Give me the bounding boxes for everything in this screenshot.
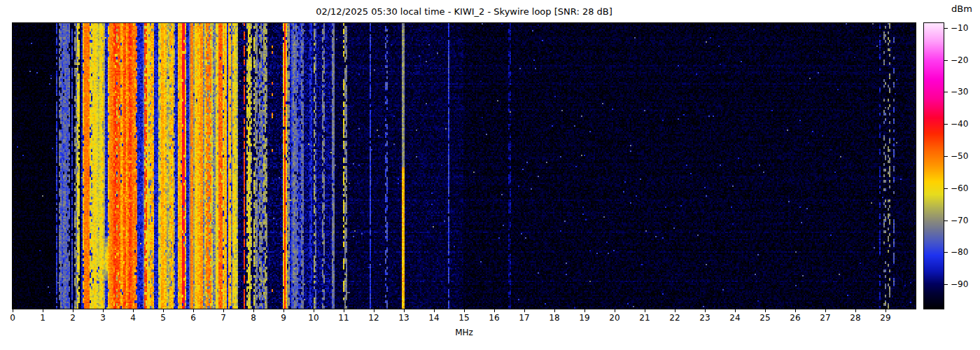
colorbar-tick-mark	[944, 220, 948, 221]
x-tick-label: 25	[760, 313, 770, 323]
colorbar-unit-label: dBm	[942, 4, 980, 14]
colorbar-tick-mark	[944, 284, 948, 285]
x-tick-label: 3	[100, 313, 106, 323]
x-tick-mark	[374, 309, 374, 312]
x-tick-mark	[163, 309, 164, 312]
x-tick-mark	[524, 309, 525, 312]
colorbar-tick-label: −10	[951, 23, 968, 33]
x-tick-label: 13	[398, 313, 409, 323]
colorbar-tick-label: −90	[951, 279, 968, 289]
x-tick-label: 17	[519, 313, 529, 323]
x-tick-label: 1	[40, 313, 46, 323]
colorbar-tick-label: −40	[951, 119, 968, 129]
colorbar-tick-label: −70	[951, 216, 968, 225]
x-tick-label: 15	[458, 313, 469, 323]
x-tick-label: 24	[729, 313, 740, 323]
x-tick-label: 20	[609, 313, 620, 323]
x-tick-label: 23	[699, 313, 710, 323]
x-tick-mark	[193, 309, 194, 312]
x-tick-mark	[795, 309, 796, 312]
x-tick-mark	[494, 309, 495, 312]
x-tick-label: 12	[368, 313, 379, 323]
x-tick-label: 2	[70, 313, 76, 323]
colorbar-tick-mark	[944, 60, 948, 61]
x-tick-mark	[344, 309, 344, 312]
x-tick-label: 8	[251, 313, 256, 323]
x-tick-label: 27	[820, 313, 830, 323]
x-tick-mark	[43, 309, 43, 312]
x-tick-mark	[855, 309, 856, 312]
x-tick-mark	[13, 309, 13, 312]
x-tick-mark	[765, 309, 766, 312]
x-tick-label: 7	[220, 313, 226, 323]
x-tick-mark	[886, 309, 886, 312]
x-tick-label: 6	[190, 313, 196, 323]
colorbar-tick-mark	[944, 156, 948, 157]
x-tick-label: 18	[549, 313, 559, 323]
x-tick-mark	[675, 309, 676, 312]
colorbar-tick-label: −30	[951, 87, 968, 97]
colorbar-tick-label: −50	[951, 151, 968, 161]
x-tick-label: 10	[308, 313, 318, 323]
x-tick-mark	[223, 309, 224, 312]
colorbar-tick-label: −80	[951, 247, 968, 257]
colorbar-tick-mark	[944, 28, 948, 29]
x-tick-mark	[645, 309, 645, 312]
x-tick-mark	[103, 309, 104, 312]
x-tick-label: 0	[10, 313, 15, 323]
x-tick-label: 4	[130, 313, 136, 323]
x-tick-label: 11	[338, 313, 349, 323]
x-tick-mark	[705, 309, 706, 312]
x-tick-label: 22	[669, 313, 680, 323]
x-tick-mark	[314, 309, 314, 312]
colorbar-tick-mark	[944, 252, 948, 253]
x-tick-mark	[554, 309, 555, 312]
x-tick-mark	[434, 309, 435, 312]
x-tick-mark	[253, 309, 254, 312]
x-axis-label: MHz	[13, 328, 916, 337]
colorbar-tick-mark	[944, 92, 948, 92]
x-tick-label: 21	[639, 313, 650, 323]
x-tick-mark	[73, 309, 74, 312]
x-tick-label: 9	[281, 313, 286, 323]
x-tick-mark	[735, 309, 736, 312]
x-tick-label: 16	[489, 313, 499, 323]
chart-title: 02/12/2025 05:30 local time - KIWI_2 - S…	[13, 6, 916, 17]
x-tick-mark	[615, 309, 615, 312]
x-tick-mark	[133, 309, 134, 312]
x-tick-mark	[284, 309, 284, 312]
colorbar-tick-mark	[944, 188, 948, 189]
spectrogram-figure: 02/12/2025 05:30 local time - KIWI_2 - S…	[0, 0, 980, 350]
x-tick-mark	[464, 309, 465, 312]
x-tick-label: 28	[850, 313, 860, 323]
colorbar-tick-label: −20	[951, 55, 968, 65]
x-tick-label: 14	[428, 313, 439, 323]
x-tick-label: 19	[579, 313, 589, 323]
waterfall-heatmap	[13, 23, 916, 309]
x-tick-label: 29	[880, 313, 890, 323]
x-tick-label: 26	[790, 313, 800, 323]
x-tick-mark	[825, 309, 826, 312]
colorbar-tick-label: −60	[951, 183, 968, 193]
x-tick-mark	[584, 309, 585, 312]
x-tick-label: 5	[160, 313, 166, 323]
x-tick-mark	[404, 309, 405, 312]
colorbar-gradient	[924, 23, 944, 309]
colorbar-tick-mark	[944, 124, 948, 125]
